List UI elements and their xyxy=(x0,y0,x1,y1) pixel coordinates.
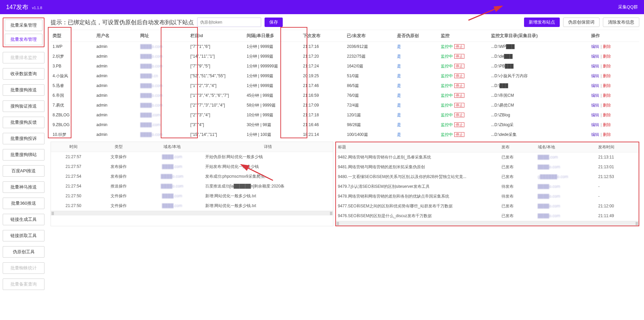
log-time: 21:27:57 xyxy=(51,152,96,162)
cell-url: ████.com xyxy=(138,110,188,120)
delete-link[interactable]: 删除 xyxy=(603,83,611,88)
cell-type: 7.易优 xyxy=(51,100,94,110)
monitor-stop-button[interactable]: 停止 xyxy=(454,103,464,108)
edit-link[interactable]: 编辑 xyxy=(591,122,599,127)
cell-user: admin xyxy=(94,110,138,120)
sub-panels: 时间 类型 域名/本地 详情 21:27:57文章操作████.com开始伪原创… xyxy=(51,142,639,226)
edit-link[interactable]: 编辑 xyxy=(591,113,599,117)
delete-link[interactable]: 删除 xyxy=(603,103,611,108)
edit-link[interactable]: 编辑 xyxy=(591,74,599,78)
sidebar-sogou-complain[interactable]: 批量搜狗投诉 xyxy=(3,133,44,144)
cell-ops: 编辑|删除 xyxy=(589,110,639,120)
edit-link[interactable]: 编辑 xyxy=(591,44,599,49)
cell-dir: ...D:\ZBlog xyxy=(489,110,589,120)
log-row: 21:27:54推送操作████o.com百度推送成功[la██████n]剩余… xyxy=(51,181,333,191)
delete-link[interactable]: 删除 xyxy=(603,64,611,68)
sidebar-sogou-bind[interactable]: 批量搜狗绑站 xyxy=(3,149,44,161)
monitor-stop-button[interactable]: 停止 xyxy=(454,122,464,127)
cell-ops: 编辑|删除 xyxy=(589,41,639,52)
delete-link[interactable]: 删除 xyxy=(603,44,611,49)
add-site-button[interactable]: 新增发布站点 xyxy=(524,18,560,27)
cell-type: 2.织梦 xyxy=(51,52,94,61)
table-row[interactable]: 10.织梦admin████o.com["15","14","11"]1分钟 |… xyxy=(51,130,639,140)
qq-group-link[interactable]: 采集QQ群 xyxy=(618,4,638,10)
cell-type: 5.迅睿 xyxy=(51,81,94,91)
sites-table-wrap: 类型 用户名 网址 栏目id 间隔|单日最多 下次发布 已/未发布 是否伪原创 … xyxy=(51,30,639,140)
edit-link[interactable]: 编辑 xyxy=(591,54,599,59)
delete-link[interactable]: 删除 xyxy=(603,122,611,127)
edit-link[interactable]: 编辑 xyxy=(591,103,599,108)
cell-interval: 30分钟 | 98篇 xyxy=(245,120,301,130)
save-button[interactable]: 保存 xyxy=(265,18,283,27)
cell-url: ████o.com xyxy=(138,52,188,61)
cell-pw: 是 xyxy=(395,91,439,100)
delete-link[interactable]: 删除 xyxy=(603,93,611,98)
pub-title: 9478.网络营销和网络营销的差别和各别的优缺点帝国采集系统 xyxy=(336,192,499,201)
monitor-stop-button[interactable]: 停止 xyxy=(454,83,464,88)
sidebar-shenma-push[interactable]: 批量神马推送 xyxy=(3,181,44,193)
sidebar-link-gen[interactable]: 链接生成工具 xyxy=(3,214,44,225)
log-domain: ████.com xyxy=(141,152,203,162)
edit-link[interactable]: 编辑 xyxy=(591,64,599,68)
table-row[interactable]: 9.ZBLOGadmin████.com["3","4"]30分钟 | 98篇2… xyxy=(51,120,639,130)
table-row[interactable]: 2.织梦admin████o.com["14","11","1"]1分钟 | 9… xyxy=(51,52,639,61)
table-row[interactable]: 1.WPadmin████o.com["7","1","6"]1分钟 | 999… xyxy=(51,41,639,52)
sidebar-pseudo-orig[interactable]: 伪原创工具 xyxy=(3,246,44,258)
pub-domain: ████o.com xyxy=(536,182,596,192)
log-scrollbar[interactable] xyxy=(51,211,333,215)
table-row[interactable]: 3.PBadmin████o.com["7","9","5"]1分钟 | 999… xyxy=(51,61,639,71)
edit-link[interactable]: 编辑 xyxy=(591,132,599,137)
pseudo-token-input[interactable] xyxy=(197,18,261,27)
monitor-status: 监控中 xyxy=(441,54,453,59)
col-user: 用户名 xyxy=(94,30,138,41)
cell-user: admin xyxy=(94,61,138,71)
monitor-stop-button[interactable]: 停止 xyxy=(454,44,464,49)
monitor-status: 监控中 xyxy=(441,44,453,49)
monitor-stop-button[interactable]: 停止 xyxy=(454,132,464,137)
pub-time: 21:12:53 xyxy=(596,172,639,182)
delete-link[interactable]: 删除 xyxy=(603,74,611,78)
log-type: 文件操作 xyxy=(96,201,141,211)
sidebar-sogou-feedback[interactable]: 批量搜狗反馈 xyxy=(3,117,44,128)
cell-type: 8.ZBLOG xyxy=(51,110,94,120)
table-header-row: 类型 用户名 网址 栏目id 间隔|单日最多 下次发布 已/未发布 是否伪原创 … xyxy=(51,30,639,41)
table-row[interactable]: 7.易优admin████o.com["2","7","3","10","4"]… xyxy=(51,100,639,110)
col-interval: 间隔|单日最多 xyxy=(245,30,301,41)
sidebar-link-crawl[interactable]: 链接抓取工具 xyxy=(3,230,44,241)
pub-scrollbar[interactable] xyxy=(336,221,639,226)
monitor-stop-button[interactable]: 停止 xyxy=(454,74,464,78)
preserve-words-button[interactable]: 伪原创保留词 xyxy=(563,18,600,27)
delete-link[interactable]: 删除 xyxy=(603,132,611,137)
monitor-stop-button[interactable]: 停止 xyxy=(454,64,464,68)
sidebar-baidu-api[interactable]: 百度API推送 xyxy=(3,165,44,177)
sidebar-sogou-verify[interactable]: 搜狗验证推送 xyxy=(3,100,44,112)
table-row[interactable]: 6.帝国admin████o.com["1","3","4","5","6","… xyxy=(51,91,639,100)
pub-title: 9481.网络营销与网络营销的差别米拓采集伪原创 xyxy=(336,162,499,172)
monitor-stop-button[interactable]: 停止 xyxy=(454,113,464,117)
sidebar-index-query[interactable]: 收录数据查询 xyxy=(3,68,44,80)
edit-link[interactable]: 编辑 xyxy=(591,93,599,98)
monitor-status: 监控中 xyxy=(441,83,453,88)
log-detail: 百度推送成功[la██████n]剩余额度:2020条 xyxy=(203,181,333,191)
monitor-stop-button[interactable]: 停止 xyxy=(454,93,464,98)
table-row[interactable]: 5.迅睿admin████o.com["1","2","3","4"]1分钟 |… xyxy=(51,81,639,91)
cell-type: 3.PB xyxy=(51,61,94,71)
cell-ops: 编辑|删除 xyxy=(589,91,639,100)
delete-link[interactable]: 删除 xyxy=(603,113,611,117)
sidebar-360-push[interactable]: 批量360推送 xyxy=(3,198,44,209)
sidebar-batch-collect[interactable]: 批量采集管理 xyxy=(5,20,42,31)
sidebar-sogou-push[interactable]: 批量搜狗推送 xyxy=(3,84,44,96)
edit-link[interactable]: 编辑 xyxy=(591,83,599,88)
cell-user: admin xyxy=(94,130,138,140)
clear-publish-button[interactable]: 清除发布信息 xyxy=(603,18,639,27)
sidebar-spider-stats: 批量蜘蛛统计 xyxy=(3,262,44,274)
monitor-stop-button[interactable]: 停止 xyxy=(454,54,464,59)
cell-type: 10.织梦 xyxy=(51,130,94,140)
table-row[interactable]: 4.小旋风admin████i.cn["52","51","54","55"]1… xyxy=(51,71,639,81)
sidebar-batch-publish[interactable]: 批量发布管理 xyxy=(5,34,42,45)
delete-link[interactable]: 删除 xyxy=(603,54,611,59)
tip-text: 提示：已绑定站点，可设置伪原创后自动发布到以下站点 xyxy=(51,19,194,26)
table-row[interactable]: 8.ZBLOGadmin████.com["2","3","4"]10分钟 | … xyxy=(51,110,639,120)
cell-interval: 1分钟 | 100篇 xyxy=(245,130,301,140)
pub-row: 9481.网络营销与网络营销的差别米拓采集伪原创已发布████o.com21:1… xyxy=(336,162,639,172)
